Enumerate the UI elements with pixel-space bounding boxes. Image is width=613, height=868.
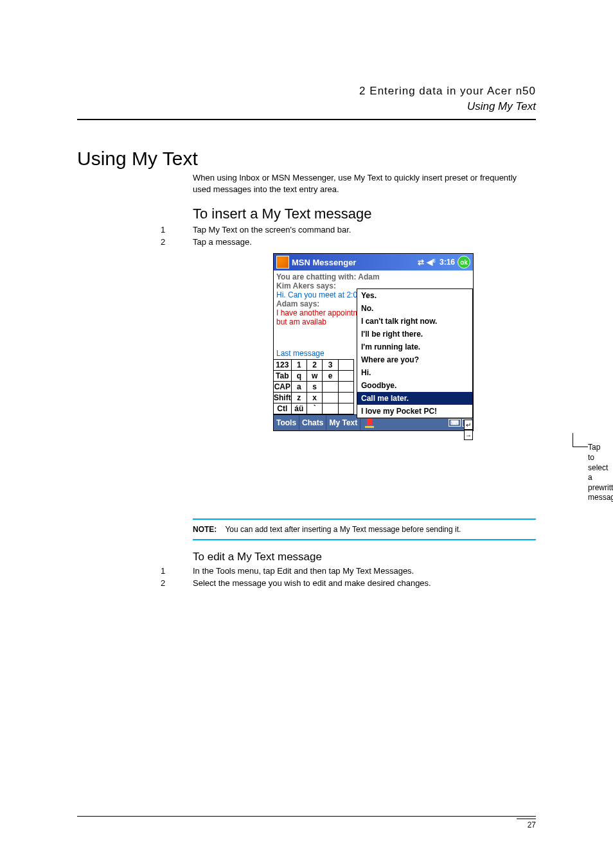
note-label: NOTE: (193, 525, 217, 534)
mytext-option[interactable]: Hi. (357, 366, 472, 379)
window-titlebar: MSN Messenger ⇄ ◀ᴱ 3:16 ok (274, 254, 473, 270)
page-number: 27 (517, 819, 536, 829)
edit-heading: To edit a My Text message (193, 551, 536, 563)
chats-menu[interactable]: Chats (299, 415, 326, 430)
step-number: 2 (161, 578, 193, 588)
key[interactable]: ` (307, 403, 323, 414)
mytext-menu[interactable]: My Text (326, 415, 360, 430)
key[interactable]: 123 (274, 360, 292, 371)
edit-steps: 1In the Tools menu, tap Edit and then ta… (161, 566, 536, 588)
intro-text: When using Inbox or MSN Messenger, use M… (193, 172, 536, 195)
section-title: Using My Text (359, 99, 536, 114)
step-text: Tap My Text on the screen's command bar. (193, 225, 351, 235)
key[interactable]: 2 (307, 360, 323, 371)
insert-steps: 1Tap My Text on the screen's command bar… (161, 225, 536, 247)
key[interactable] (339, 393, 354, 403)
key[interactable]: q (292, 371, 307, 382)
step-text: Tap a message. (193, 237, 252, 247)
key[interactable]: Tab (274, 371, 292, 382)
key[interactable] (339, 382, 354, 393)
key[interactable]: z (292, 393, 307, 403)
key[interactable]: w (307, 371, 323, 382)
chapter-title: 2 Entering data in your Acer n50 (359, 84, 536, 99)
key[interactable]: x (307, 393, 323, 403)
start-flag-icon[interactable] (276, 256, 289, 269)
key[interactable] (323, 393, 338, 403)
running-header: 2 Entering data in your Acer n50 Using M… (359, 84, 536, 114)
send-icon[interactable] (364, 418, 375, 428)
key[interactable] (339, 403, 354, 414)
chat-with: You are chatting with: Adam (276, 272, 470, 281)
mytext-option[interactable]: Yes. (357, 289, 472, 302)
mytext-option[interactable]: I love my Pocket PC! (357, 405, 472, 418)
arrow-right-key-icon[interactable]: → (464, 430, 473, 440)
step-number: 1 (161, 225, 193, 235)
key[interactable]: s (307, 382, 323, 393)
step-number: 2 (161, 237, 193, 247)
connectivity-icon[interactable]: ⇄ (418, 258, 424, 267)
tools-menu[interactable]: Tools (274, 415, 299, 430)
note-text: You can add text after inserting a My Te… (225, 525, 461, 534)
footer-rule (77, 816, 536, 817)
note-block: NOTE: You can add text after inserting a… (193, 518, 536, 540)
step-text: In the Tools menu, tap Edit and then tap… (193, 566, 414, 576)
return-key-icon[interactable]: ↵ (464, 420, 473, 430)
key[interactable]: e (323, 371, 338, 382)
mytext-option[interactable]: Where are you? (357, 353, 472, 366)
key[interactable]: a (292, 382, 307, 393)
mytext-option[interactable]: I can't talk right now. (357, 315, 472, 328)
key[interactable] (339, 360, 354, 371)
annotation-text: Tap to select a prewritten message. (588, 443, 613, 502)
key[interactable]: CAP (274, 382, 292, 393)
key[interactable] (323, 382, 338, 393)
mytext-option[interactable]: Goodbye. (357, 379, 472, 392)
key[interactable]: Shift (274, 393, 292, 403)
soft-keyboard[interactable]: 123 1 2 3 Tab q w e CAP a s (274, 359, 354, 414)
header-rule (77, 119, 536, 120)
mytext-option[interactable]: No. (357, 302, 472, 315)
ok-button[interactable]: ok (458, 256, 470, 269)
sip-keyboard-icon[interactable]: ⌨ (449, 419, 461, 427)
screenshot: MSN Messenger ⇄ ◀ᴱ 3:16 ok You are chatt… (273, 253, 536, 503)
key[interactable]: 1 (292, 360, 307, 371)
step-text: Select the message you wish to edit and … (193, 578, 431, 588)
page-title: Using My Text (77, 148, 536, 170)
mytext-option[interactable]: I'll be right there. (357, 328, 472, 341)
key[interactable]: Ctl (274, 403, 292, 414)
clock: 3:16 (440, 258, 455, 267)
speaker-icon[interactable]: ◀ᴱ (427, 258, 436, 267)
key[interactable]: áü (292, 403, 307, 414)
key[interactable] (339, 371, 354, 382)
key[interactable] (323, 403, 338, 414)
mytext-option[interactable]: I'm running late. (357, 341, 472, 353)
step-number: 1 (161, 566, 193, 576)
app-title: MSN Messenger (292, 258, 356, 267)
mytext-option-selected[interactable]: Call me later. (357, 392, 472, 405)
mytext-popup: Yes. No. I can't talk right now. I'll be… (357, 288, 473, 418)
insert-heading: To insert a My Text message (193, 206, 536, 222)
key[interactable]: 3 (323, 360, 338, 371)
